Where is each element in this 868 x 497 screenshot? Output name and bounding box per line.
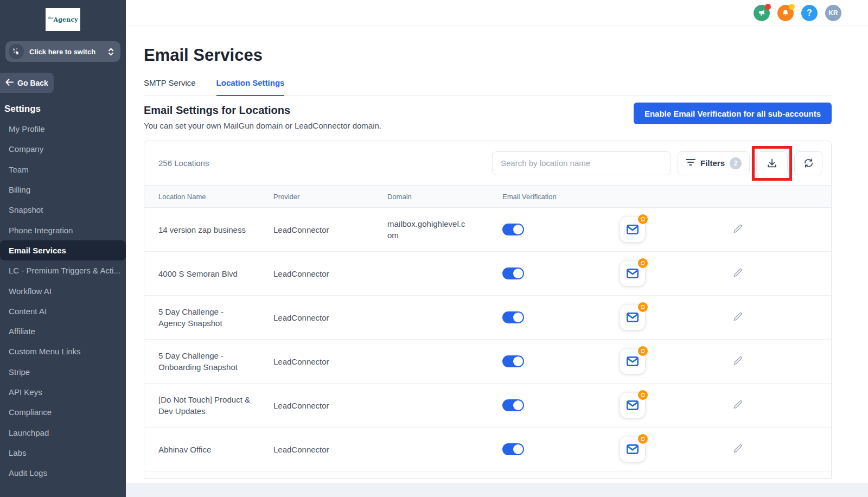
edit-icon[interactable]	[733, 399, 743, 410]
sidebar-item-label: Email Services	[9, 246, 66, 255]
provider-cell: LeadConnector	[273, 269, 387, 278]
sidebar-item-lc-premium-triggers-acti[interactable]: LC - Premium Triggers & Acti...	[0, 260, 126, 281]
sidebar-item-stripe[interactable]: Stripe	[0, 362, 126, 382]
go-back-label: Go Back	[17, 79, 48, 87]
sidebar-item-label: Affiliate	[9, 327, 35, 336]
sidebar-item-label: Team	[9, 165, 29, 174]
toggle-knob	[513, 225, 523, 234]
edit-icon[interactable]	[733, 267, 743, 278]
sidebar-item-affiliate[interactable]: Affiliate	[0, 321, 126, 341]
table-row: Abhinav Office LeadConnector	[144, 428, 831, 471]
sidebar-item-label: Company	[9, 144, 43, 154]
sidebar-item-labs[interactable]: Labs	[0, 443, 126, 463]
page-title: Email Services	[144, 46, 832, 65]
email-provider-button[interactable]	[620, 305, 645, 330]
email-provider-button[interactable]	[620, 393, 645, 418]
sidebar-item-compliance[interactable]: Compliance	[0, 402, 126, 422]
sync-badge-icon	[638, 434, 648, 444]
content: Email Services SMTP Service Location Set…	[126, 46, 868, 479]
col-email-verification: Email Verification	[502, 193, 620, 201]
tab-smtp-service[interactable]: SMTP Service	[144, 78, 196, 95]
toggle-knob	[513, 356, 523, 366]
sidebar-item-team[interactable]: Team	[0, 160, 126, 180]
sidebar-item-label: Custom Menu Links	[9, 347, 81, 356]
sidebar-item-custom-menu-links[interactable]: Custom Menu Links	[0, 341, 126, 361]
notifications-button[interactable]	[777, 5, 794, 21]
section-header: Email Settings for Locations You can set…	[144, 104, 832, 130]
section-heading: Email Settings for Locations	[144, 104, 381, 117]
sidebar-menu: My ProfileCompanyTeamBillingSnapshotPhon…	[0, 119, 126, 483]
sidebar-item-billing[interactable]: Billing	[0, 180, 126, 200]
edit-icon[interactable]	[733, 443, 743, 454]
sidebar-item-company[interactable]: Company	[0, 139, 126, 159]
table-body: 14 version zap business LeadConnector ma…	[144, 208, 831, 471]
email-provider-button[interactable]	[620, 217, 645, 242]
sidebar-item-api-keys[interactable]: API Keys	[0, 382, 126, 402]
sidebar-item-workflow-ai[interactable]: Workflow AI	[0, 281, 126, 301]
sidebar-item-email-services[interactable]: Email Services	[0, 240, 126, 260]
table-row: 14 version zap business LeadConnector ma…	[144, 208, 831, 252]
cursor-click-icon	[9, 44, 24, 59]
sidebar-item-snapshot[interactable]: Snapshot	[0, 200, 126, 220]
filters-button[interactable]: Filters 2	[678, 151, 750, 175]
sync-badge-icon	[638, 302, 648, 312]
toggle-knob	[513, 444, 523, 454]
switch-account-button[interactable]: Click here to switch	[5, 41, 120, 62]
agency-logo: theAgency	[46, 8, 80, 31]
location-name: 14 version zap business	[158, 224, 251, 235]
search-input[interactable]	[492, 151, 671, 175]
toggle-knob	[513, 400, 523, 410]
enable-email-verification-button[interactable]: Enable Email Verification for all sub-ac…	[634, 103, 832, 124]
sidebar-item-label: Compliance	[9, 407, 52, 417]
table-row: 4000 S Semoran Blvd LeadConnector	[144, 252, 831, 296]
back-arrow-icon	[5, 79, 14, 87]
sync-badge-icon	[638, 258, 648, 268]
provider-cell: LeadConnector	[273, 445, 387, 454]
email-provider-button[interactable]	[620, 437, 645, 462]
email-verification-toggle[interactable]	[502, 355, 524, 367]
sidebar-item-launchpad[interactable]: Launchpad	[0, 422, 126, 442]
sidebar-item-phone-integration[interactable]: Phone Integration	[0, 220, 126, 240]
refresh-button[interactable]	[794, 151, 822, 175]
sync-badge-icon	[638, 346, 648, 356]
toggle-knob	[513, 269, 523, 278]
edit-icon[interactable]	[733, 355, 743, 366]
location-name: 5 Day Challenge - Agency Snapshot	[158, 306, 251, 329]
provider-cell: LeadConnector	[273, 313, 387, 322]
toolbar-actions: Filters 2	[492, 151, 822, 175]
email-verification-toggle[interactable]	[502, 311, 524, 323]
edit-icon[interactable]	[733, 311, 743, 322]
refresh-icon	[803, 157, 814, 169]
email-provider-button[interactable]	[620, 349, 645, 374]
edit-icon[interactable]	[733, 224, 743, 234]
help-button[interactable]: ?	[801, 5, 818, 21]
filters-count-badge: 2	[730, 157, 742, 169]
email-verification-toggle[interactable]	[502, 399, 524, 411]
envelope-icon	[626, 310, 640, 324]
go-back-button[interactable]: Go Back	[0, 73, 54, 93]
sidebar-item-label: Launchpad	[9, 428, 49, 437]
announcement-button[interactable]	[754, 5, 770, 21]
email-verification-toggle[interactable]	[502, 267, 524, 279]
sidebar-item-label: Content AI	[9, 307, 47, 316]
announcement-badge	[765, 4, 771, 10]
sidebar-item-audit-logs[interactable]: Audit Logs	[0, 463, 126, 483]
question-mark-icon: ?	[807, 8, 812, 18]
sidebar-item-label: Audit Logs	[9, 468, 47, 477]
user-avatar[interactable]: KR	[825, 5, 841, 21]
table-header: Location Name Provider Domain Email Veri…	[144, 185, 831, 208]
locations-card: 256 Locations Filters 2	[144, 141, 832, 479]
agency-logo-text: theAgency	[48, 16, 78, 23]
sidebar-item-label: LC - Premium Triggers & Acti...	[9, 266, 120, 275]
envelope-icon	[626, 354, 640, 368]
email-verification-toggle[interactable]	[502, 224, 524, 235]
sidebar-item-my-profile[interactable]: My Profile	[0, 119, 126, 139]
sidebar-item-label: Phone Integration	[9, 226, 73, 235]
email-provider-button[interactable]	[620, 261, 645, 286]
download-button[interactable]	[756, 151, 788, 175]
email-verification-toggle[interactable]	[502, 443, 524, 455]
location-name: 5 Day Challenge - Onboarding Snapshot	[158, 350, 251, 373]
sidebar-item-content-ai[interactable]: Content AI	[0, 301, 126, 321]
tab-location-settings[interactable]: Location Settings	[216, 78, 285, 96]
download-icon	[766, 157, 778, 169]
